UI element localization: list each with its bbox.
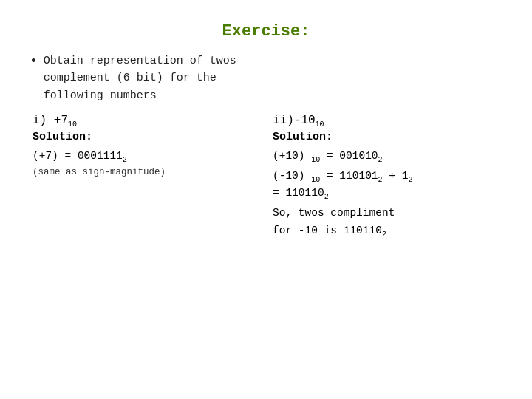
bullet-section: • Obtain representation of twos compleme… xyxy=(30,52,502,104)
bullet-line: • Obtain representation of twos compleme… xyxy=(30,52,502,104)
problem-ii-label: ii)-1010 xyxy=(273,112,499,129)
page: Exercise: • Obtain representation of two… xyxy=(0,0,532,399)
left-column: i) +710 Solution: (+7) = 00011112 (same … xyxy=(30,112,262,239)
bullet-text-line3: following numbers xyxy=(44,89,157,102)
right-line3: = 1101102 xyxy=(273,185,499,202)
right-column: ii)-1010 Solution: (+10) 10 = 0010102 (-… xyxy=(270,112,502,239)
right-line1: (+10) 10 = 0010102 xyxy=(273,148,499,165)
right-line4: So, twos compliment xyxy=(273,205,499,222)
right-solution-body: (+10) 10 = 0010102 (-10) 10 = 1101012 + … xyxy=(273,148,499,239)
right-line2: (-10) 10 = 1101012 + 12 xyxy=(273,168,499,185)
right-solution-label: Solution: xyxy=(273,131,499,143)
left-solution-line2: (same as sign-magnitude) xyxy=(33,165,259,180)
right-line5: for -10 is 1101102 xyxy=(273,222,499,239)
two-column-layout: i) +710 Solution: (+7) = 00011112 (same … xyxy=(30,112,502,239)
left-solution-label: Solution: xyxy=(33,131,259,143)
bullet-dot: • xyxy=(30,52,38,71)
left-solution-body: (+7) = 00011112 (same as sign-magnitude) xyxy=(33,148,259,180)
left-solution-line1: (+7) = 00011112 xyxy=(33,148,259,165)
page-title: Exercise: xyxy=(30,22,502,41)
bullet-text: Obtain representation of twos complement… xyxy=(44,52,236,104)
bullet-text-line1: Obtain representation of twos xyxy=(44,55,236,67)
problem-i-label: i) +710 xyxy=(33,112,259,129)
bullet-text-line2: complement (6 bit) for the xyxy=(44,72,216,84)
